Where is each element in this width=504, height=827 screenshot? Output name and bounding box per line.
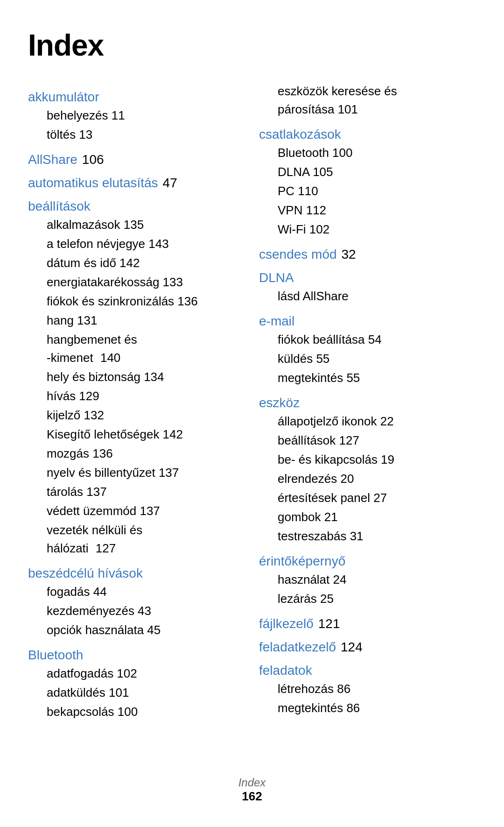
index-subitem: Kisegítő lehetőségek 142 [28, 425, 245, 444]
index-subitem: vezeték nélküli éshálózati 127 [28, 521, 245, 558]
index-heading-row: fájlkezelő121 [259, 616, 476, 631]
index-subitem: nyelv és billentyűzet 137 [28, 464, 245, 482]
index-subitem: lezárás 25 [259, 590, 476, 608]
index-heading: feladatok [259, 663, 476, 678]
index-subitem: Wi-Fi 102 [259, 220, 476, 239]
page-title: Index [28, 28, 476, 63]
index-subitem: dátum és idő 142 [28, 254, 245, 272]
index-subitem: tárolás 137 [28, 483, 245, 501]
index-subitem: küldés 55 [259, 350, 476, 368]
index-heading: beszédcélú hívások [28, 566, 245, 581]
index-heading-row: beállítások [28, 199, 245, 214]
index-subitem: gombok 21 [259, 508, 476, 526]
index-heading: Bluetooth [28, 648, 245, 663]
index-subitem: opciók használata 45 [28, 621, 245, 639]
index-heading: feladatkezelő [259, 640, 336, 654]
index-subitem: fiókok és szinkronizálás 136 [28, 292, 245, 311]
index-subitem: a telefon névjegye 143 [28, 235, 245, 253]
footer-label: Index [0, 776, 504, 789]
index-subitem: adatfogadás 102 [28, 664, 245, 683]
index-heading-row: érintőképernyő [259, 554, 476, 569]
index-subitem: DLNA 105 [259, 163, 476, 181]
index-subitem: létrehozás 86 [259, 680, 476, 698]
index-heading: eszköz [259, 396, 476, 410]
index-subitem: mozgás 136 [28, 445, 245, 463]
index-subitem: lásd AllShare [259, 287, 476, 305]
index-heading-row: e-mail [259, 314, 476, 329]
index-heading: csendes mód [259, 247, 337, 262]
index-subitem: alkalmazások 135 [28, 216, 245, 234]
index-heading-row: akkumulátor [28, 90, 245, 105]
index-heading-number: 32 [342, 247, 356, 262]
index-subitem: elrendezés 20 [259, 470, 476, 488]
index-subitem: hang 131 [28, 311, 245, 330]
index-heading-row: beszédcélú hívások [28, 566, 245, 581]
page-footer: Index 162 [0, 776, 504, 804]
index-subitem: megtekintés 86 [259, 699, 476, 717]
index-heading-row: AllShare106 [28, 152, 245, 167]
footer-page: 162 [0, 789, 504, 804]
index-subitem: töltés 13 [28, 126, 245, 144]
index-subitem: állapotjelző ikonok 22 [259, 412, 476, 431]
index-subitem: hangbemenet és-kimenet 140 [28, 331, 245, 367]
index-heading-number: 121 [318, 616, 340, 631]
index-subitem: kezdeményezés 43 [28, 602, 245, 620]
index-subitem: hívás 129 [28, 387, 245, 405]
left-column: akkumulátorbehelyezés 11töltés 13AllShar… [28, 81, 259, 721]
index-subitem: használat 24 [259, 571, 476, 589]
index-heading: csatlakozások [259, 127, 476, 142]
index-subitem: Bluetooth 100 [259, 144, 476, 162]
index-subitem: VPN 112 [259, 201, 476, 219]
index-subitem: beállítások 127 [259, 431, 476, 450]
index-heading-row: csendes mód32 [259, 247, 476, 262]
index-heading: fájlkezelő [259, 616, 314, 631]
index-heading-number: 106 [82, 152, 104, 167]
index-heading: beállítások [28, 199, 245, 214]
index-subitem: bekapcsolás 100 [28, 703, 245, 721]
index-heading-row: DLNA [259, 270, 476, 285]
index-subitem: kijelző 132 [28, 406, 245, 424]
index-subitem: fiókok beállítása 54 [259, 331, 476, 349]
index-heading: AllShare [28, 152, 77, 167]
index-subitem: megtekintés 55 [259, 369, 476, 387]
index-heading-row: Bluetooth [28, 648, 245, 663]
index-subitem: testreszabás 31 [259, 527, 476, 545]
index-heading-number: 47 [163, 176, 177, 190]
index-heading-row: eszköz [259, 396, 476, 410]
right-column: eszközök keresése éspárosítása 101csatla… [259, 81, 476, 721]
index-subitem: értesítések panel 27 [259, 489, 476, 507]
index-subitem: hely és biztonság 134 [28, 368, 245, 386]
index-subitem: adatküldés 101 [28, 684, 245, 702]
index-subitem: védett üzemmód 137 [28, 502, 245, 520]
index-subitem: fogadás 44 [28, 583, 245, 601]
index-subitem: energiatakarékosság 133 [28, 273, 245, 291]
index-subitem: be- és kikapcsolás 19 [259, 451, 476, 469]
index-heading: automatikus elutasítás [28, 176, 158, 190]
index-subitem: PC 110 [259, 182, 476, 200]
index-subitem: behelyezés 11 [28, 106, 245, 125]
index-heading-number: 124 [341, 640, 363, 654]
index-heading: DLNA [259, 270, 476, 285]
index-heading-row: feladatok [259, 663, 476, 678]
index-heading: érintőképernyő [259, 554, 476, 569]
index-heading: e-mail [259, 314, 476, 329]
index-heading-row: csatlakozások [259, 127, 476, 142]
index-heading: akkumulátor [28, 90, 245, 105]
index-subitem: eszközök keresése éspárosítása 101 [259, 82, 476, 119]
index-heading-row: automatikus elutasítás47 [28, 176, 245, 191]
index-heading-row: feladatkezelő124 [259, 640, 476, 655]
